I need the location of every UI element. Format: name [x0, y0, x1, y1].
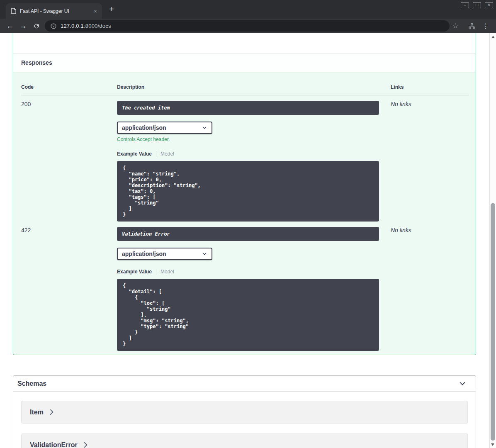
chevron-down-icon: [202, 251, 207, 257]
tab-example-value[interactable]: Example Value: [117, 151, 152, 157]
media-type-value: application/json: [122, 124, 166, 131]
tab-close-icon[interactable]: ×: [91, 7, 100, 15]
media-type-select[interactable]: application/json: [117, 248, 212, 260]
tabs-divider: [156, 151, 156, 157]
page-scrollbar[interactable]: [489, 33, 496, 448]
response-row-200: 200 The created item application/json Co…: [21, 95, 469, 222]
forward-icon[interactable]: →: [18, 19, 29, 33]
responses-table-header: Code Description Links: [21, 84, 469, 95]
schema-item[interactable]: Item: [21, 401, 468, 424]
response-description-cell: The created item application/json Contro…: [117, 95, 391, 222]
chevron-down-icon: [202, 125, 207, 131]
responses-title: Responses: [21, 59, 52, 66]
tab-groups-icon[interactable]: [467, 19, 477, 33]
bookmark-star-icon[interactable]: ☆: [450, 19, 461, 33]
response-description: Validation Error: [117, 227, 379, 241]
scroll-down-arrow-icon[interactable]: [491, 443, 494, 446]
chevron-right-icon: [49, 409, 54, 415]
response-code: 422: [21, 222, 117, 351]
window-minimize-button[interactable]: –: [461, 2, 469, 8]
response-row-422: 422 Validation Error application/json Ex…: [21, 222, 469, 351]
browser-titlebar: Fast API - Swagger UI × + – □ ×: [0, 0, 496, 19]
chevron-down-icon[interactable]: [458, 380, 467, 388]
post-endpoint-block: Responses Code Description Links 200 The…: [13, 33, 476, 355]
schemas-title: Schemas: [17, 380, 46, 387]
request-section-end: [13, 33, 476, 53]
response-code: 200: [21, 95, 117, 222]
swagger-page: Responses Code Description Links 200 The…: [0, 33, 496, 448]
schemas-items: Item ValidationError: [13, 392, 476, 448]
page-favicon-icon: [11, 8, 16, 14]
window-maximize-button[interactable]: □: [473, 2, 481, 8]
schema-item-label: ValidationError: [30, 441, 78, 448]
scroll-up-arrow-icon[interactable]: [491, 36, 495, 38]
schema-item[interactable]: ValidationError: [21, 433, 468, 448]
schema-item-label: Item: [30, 409, 44, 416]
site-info-icon[interactable]: [51, 23, 56, 29]
window-controls: – □ ×: [461, 2, 493, 8]
media-type-select[interactable]: application/json: [117, 122, 212, 134]
tabs-divider: [156, 269, 156, 275]
example-model-tabs: Example Value Model: [117, 269, 391, 275]
response-links: No links: [391, 95, 469, 222]
reload-icon[interactable]: [31, 19, 42, 33]
example-json-422: { "detail": [ { "loc": [ "string" ], "ms…: [117, 279, 379, 351]
new-tab-button[interactable]: +: [107, 5, 116, 13]
column-header-description: Description: [117, 84, 391, 95]
column-header-links: Links: [391, 84, 469, 95]
schemas-section: Schemas Item ValidationError: [13, 375, 476, 448]
url-host: 127.0.0.1: [61, 23, 84, 29]
column-header-code: Code: [21, 84, 117, 95]
response-description-cell: Validation Error application/json Exampl…: [117, 222, 391, 351]
tab-title: Fast API - Swagger UI: [20, 8, 91, 14]
schemas-header[interactable]: Schemas: [13, 376, 476, 392]
tab-example-value[interactable]: Example Value: [117, 269, 152, 275]
controls-accept-hint: Controls Accept header.: [117, 136, 391, 142]
back-icon[interactable]: ←: [5, 19, 15, 33]
tab-model[interactable]: Model: [160, 269, 174, 275]
media-type-value: application/json: [122, 251, 166, 257]
response-links: No links: [391, 222, 469, 351]
response-description: The created item: [117, 101, 379, 115]
browser-menu-icon[interactable]: ⋮: [480, 19, 491, 33]
browser-tab[interactable]: Fast API - Swagger UI ×: [6, 3, 102, 19]
url-path: :8000/docs: [84, 23, 111, 29]
example-model-tabs: Example Value Model: [117, 151, 391, 157]
responses-section-header: Responses: [13, 53, 476, 72]
tab-model[interactable]: Model: [160, 151, 174, 157]
address-bar[interactable]: 127.0.0.1:8000/docs: [45, 20, 450, 32]
chevron-right-icon: [83, 442, 88, 448]
scrollbar-thumb[interactable]: [491, 203, 495, 441]
responses-table: Code Description Links 200 The created i…: [13, 72, 476, 351]
browser-toolbar: ← → 127.0.0.1:8000/docs ☆ ⋮: [0, 19, 496, 33]
window-close-button[interactable]: ×: [485, 2, 493, 8]
example-json-200: { "name": "string", "price": 0, "descrip…: [117, 161, 379, 222]
